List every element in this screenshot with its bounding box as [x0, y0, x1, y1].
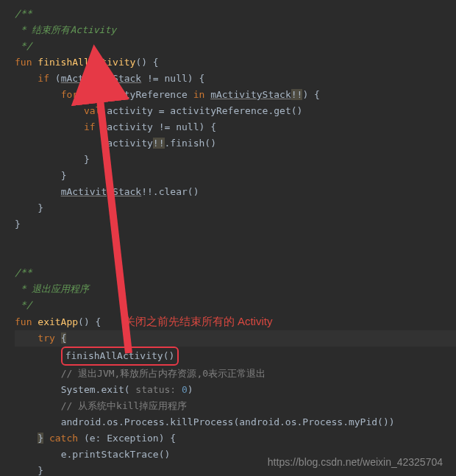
code-line	[15, 232, 456, 249]
code-line: }	[15, 168, 456, 184]
code-line: if (activity != null) {	[15, 119, 456, 135]
code-line: */	[15, 297, 456, 313]
code-line: System.exit( status: 0)	[15, 382, 456, 398]
comment: /**	[15, 8, 32, 19]
code-line: */	[15, 38, 456, 54]
code-line: val activity = activityReference.get()	[15, 103, 456, 119]
code-line: } catch (e: Exception) {	[15, 430, 456, 447]
comment: * 结束所有Activity	[15, 24, 116, 35]
code-line: activity!!.finish()	[15, 135, 456, 152]
code-line: mActivityStack!!.clear()	[15, 184, 456, 200]
code-line: /**	[15, 6, 456, 22]
code-line: try {	[15, 330, 456, 347]
code-line: // 退出JVM,释放所占内存资源,0表示正常退出	[15, 366, 456, 382]
code-line: android.os.Process.killProcess(android.o…	[15, 414, 456, 430]
code-line: fun finishAllActivity() {	[15, 54, 456, 71]
watermark: https://blog.csdn.net/weixin_42325704	[268, 454, 443, 470]
highlighted-call: finishAllActivity()	[61, 347, 179, 366]
code-line: fun exitApp() { 关闭之前先结束所有的 Activity	[15, 313, 456, 330]
code-line: finishAllActivity()	[15, 347, 456, 366]
code-editor[interactable]: /** * 结束所有Activity */ fun finishAllActiv…	[0, 0, 456, 476]
annotation-label: 关闭之前先结束所有的 Activity	[124, 315, 273, 327]
code-line	[15, 249, 456, 265]
code-line: /**	[15, 265, 456, 281]
code-line: }	[15, 200, 456, 216]
code-line: for (activityReference in mActivityStack…	[15, 87, 456, 103]
comment: */	[15, 40, 32, 51]
code-line: // 从系统中kill掉应用程序	[15, 398, 456, 414]
func-name: finishAllActivity	[38, 57, 135, 68]
code-line: }	[15, 152, 456, 168]
code-line: }	[15, 216, 456, 232]
code-line: if (mActivityStack != null) {	[15, 71, 456, 87]
keyword: fun	[15, 57, 32, 68]
code-line: * 退出应用程序	[15, 281, 456, 297]
code-line: * 结束所有Activity	[15, 22, 456, 38]
